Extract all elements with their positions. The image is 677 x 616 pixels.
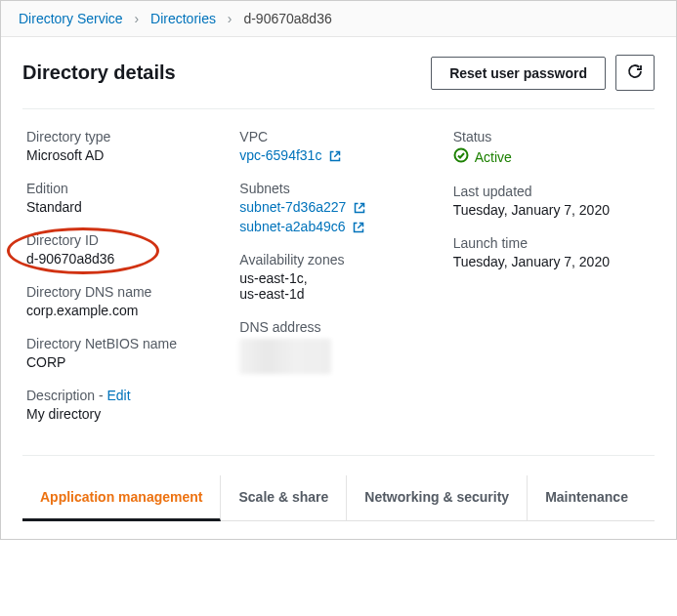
status-text: Active (475, 149, 512, 165)
refresh-icon (627, 63, 643, 82)
description-label: Description - Edit (26, 388, 216, 403)
directory-id-value: d-90670a8d36 (26, 251, 216, 267)
last-updated-label: Last updated (453, 184, 643, 199)
availability-zone-1: us-east-1c, (239, 270, 429, 286)
dns-address-label: DNS address (239, 319, 429, 335)
availability-zones-label: Availability zones (239, 252, 429, 267)
breadcrumb-directories-link[interactable]: Directories (150, 11, 216, 26)
chevron-right-icon: › (134, 11, 139, 26)
tab-scale-share[interactable]: Scale & share (221, 475, 347, 520)
tabs-bar: Application management Scale & share Net… (22, 475, 655, 520)
directory-type-value: Microsoft AD (26, 147, 216, 163)
external-link-icon (354, 202, 365, 214)
breadcrumb-current: d-90670a8d36 (243, 11, 331, 26)
vpc-link[interactable]: vpc-6594f31c (239, 147, 321, 163)
directory-type-label: Directory type (26, 129, 216, 144)
subnets-label: Subnets (239, 181, 429, 196)
details-panel: Directory type Microsoft AD Edition Stan… (22, 108, 655, 456)
breadcrumb: Directory Service › Directories › d-9067… (1, 1, 676, 37)
launch-time-label: Launch time (453, 235, 643, 251)
dns-address-redacted (239, 339, 331, 374)
description-value: My directory (26, 406, 216, 422)
page-header: Directory details Reset user password (1, 37, 676, 108)
last-updated-value: Tuesday, January 7, 2020 (453, 202, 643, 218)
external-link-icon (329, 150, 341, 162)
directory-dns-name-value: corp.example.com (26, 303, 216, 318)
directory-dns-name-label: Directory DNS name (26, 284, 216, 300)
edit-description-link[interactable]: Edit (106, 388, 130, 403)
breadcrumb-root-link[interactable]: Directory Service (19, 11, 123, 26)
directory-netbios-label: Directory NetBIOS name (26, 336, 216, 351)
edition-label: Edition (26, 181, 216, 196)
directory-id-label: Directory ID (26, 232, 216, 248)
chevron-right-icon: › (228, 11, 233, 26)
edition-value: Standard (26, 199, 216, 215)
vpc-label: VPC (239, 129, 429, 144)
check-circle-icon (453, 147, 469, 166)
status-label: Status (453, 129, 643, 144)
launch-time-value: Tuesday, January 7, 2020 (453, 254, 643, 269)
details-col-2: VPC vpc-6594f31c Subnets subnet-7d36a227… (228, 109, 441, 439)
refresh-button[interactable] (615, 55, 655, 91)
status-value: Active (453, 147, 512, 166)
directory-netbios-value: CORP (26, 354, 216, 370)
details-col-3: Status Active Last updated Tuesday, Janu… (442, 109, 655, 439)
page-title: Directory details (22, 62, 431, 84)
tab-application-management[interactable]: Application management (22, 475, 221, 521)
availability-zone-2: us-east-1d (239, 286, 429, 302)
subnet-1-link[interactable]: subnet-7d36a227 (239, 199, 346, 215)
tab-networking-security[interactable]: Networking & security (347, 475, 528, 520)
description-label-text: Description - (26, 388, 106, 403)
reset-password-button[interactable]: Reset user password (431, 57, 606, 90)
details-col-1: Directory type Microsoft AD Edition Stan… (22, 109, 228, 439)
external-link-icon (353, 222, 364, 233)
subnet-2-link[interactable]: subnet-a2ab49c6 (239, 219, 345, 234)
tab-maintenance[interactable]: Maintenance (528, 475, 646, 520)
